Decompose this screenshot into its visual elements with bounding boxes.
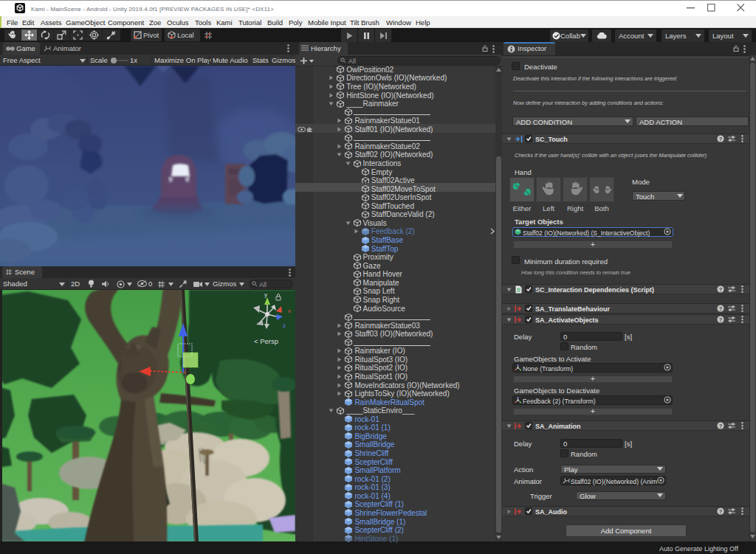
- svg-text:x: x: [288, 308, 291, 314]
- svg-text:?: ?: [719, 136, 723, 142]
- svg-text:< Persp: < Persp: [254, 337, 278, 345]
- svg-text:y: y: [264, 291, 267, 298]
- svg-text:?: ?: [719, 316, 723, 323]
- svg-text:?: ?: [719, 423, 723, 429]
- svg-text:?: ?: [719, 286, 723, 293]
- svg-text:?: ?: [719, 508, 723, 515]
- svg-text:z: z: [283, 322, 286, 329]
- svg-text:?: ?: [719, 305, 723, 312]
